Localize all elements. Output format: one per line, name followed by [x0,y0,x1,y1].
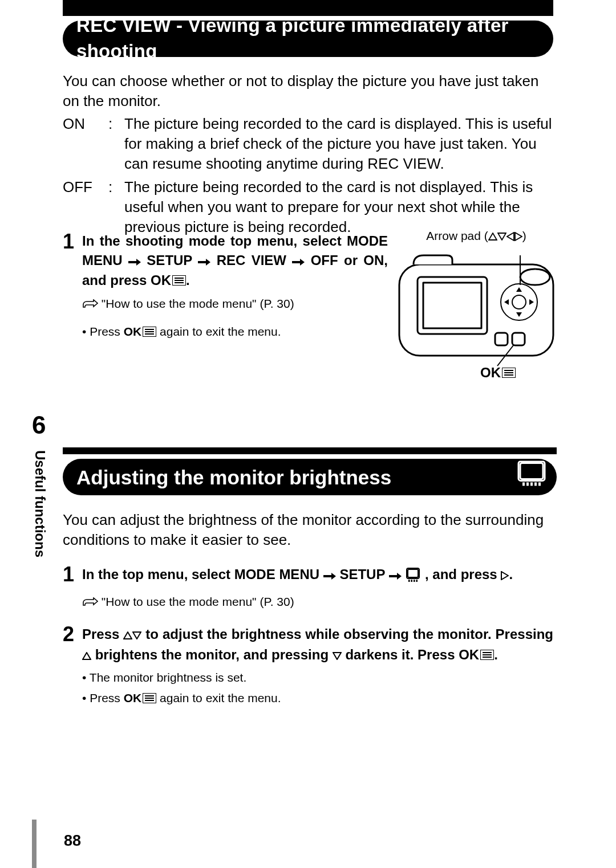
section-title-rec-view: REC VIEW - Viewing a picture immediately… [63,21,553,57]
side-tab-useful-functions: Useful functions [35,450,52,598]
arrow-right-icon [389,565,402,586]
arrow-right-icon [198,252,210,271]
svg-rect-2 [423,283,481,328]
pointer-hand-icon [82,596,98,612]
chapter-number: 6 [32,408,557,442]
camera-back-figure: Arrow pad () [394,228,559,378]
option-off-label: OFF [63,177,108,237]
menu-icon [143,327,156,337]
arrow-right-icon [128,252,141,271]
svg-rect-5 [495,333,508,345]
svg-rect-16 [408,569,418,577]
divider-bar [63,447,557,454]
svg-rect-13 [530,483,533,486]
arrow-right-icon [323,565,336,586]
step-number-2: 2 [63,624,82,707]
svg-rect-14 [534,483,537,486]
intro2-paragraph: You can adjust the brightness of the mon… [63,510,553,550]
right-triangle-icon [501,567,509,582]
up-triangle-icon [488,228,497,244]
up-triangle-icon [123,624,132,645]
figure-ok-label: OK [480,364,516,382]
ok-menu-button-icon: OK [124,690,157,706]
svg-point-4 [512,295,526,309]
page-number: 88 [64,830,81,851]
section-title-brightness: Adjusting the monitor brightness [63,459,557,495]
option-on-label: ON [63,114,108,174]
menu-icon [143,693,156,703]
down-triangle-icon [132,626,141,642]
svg-rect-10 [518,462,545,481]
menu-icon [172,275,186,286]
camera-illustration [394,247,559,373]
options-block: ON : The picture being recorded to the c… [63,114,553,241]
intro-paragraph: You can choose whether or not to display… [63,71,553,111]
menu-icon [480,650,494,660]
up-triangle-icon [82,645,91,665]
pointer-hand-icon [82,298,98,313]
svg-rect-6 [512,333,525,345]
title2-text: Adjusting the monitor brightness [76,464,391,491]
edge-tab-marker [32,820,37,868]
bullet-brightness-set: • The monitor brightness is set. [82,670,553,686]
ok-menu-button-icon: OK [124,324,157,340]
svg-rect-21 [416,580,418,582]
svg-rect-9 [520,463,543,479]
right-triangle-icon [514,229,522,242]
rec-view-step: 1 In the shooting mode top menu, select … [63,231,388,357]
monitor-brightness-icon [517,461,546,494]
cross-ref-mode-menu: "How to use the mode menu" (P. 30) [102,595,294,608]
svg-rect-12 [526,483,529,486]
option-on-desc: The picture being recorded to the card i… [124,114,553,174]
cross-ref-mode-menu: "How to use the mode menu" (P. 30) [102,297,294,310]
svg-rect-11 [522,483,525,486]
arrow-right-icon [292,252,305,271]
step-number-1b: 1 [63,564,82,612]
svg-rect-18 [408,580,410,582]
svg-rect-19 [411,580,413,582]
brightness-icon [405,568,421,588]
ok-menu-button-icon: OK [459,645,494,665]
step-number-1: 1 [63,231,82,340]
left-triangle-icon [506,229,514,242]
svg-rect-20 [414,580,415,582]
menu-icon [502,368,516,378]
down-triangle-icon [333,647,342,662]
ok-menu-button-icon: OK [151,271,186,290]
title-text: REC VIEW - Viewing a picture immediately… [76,13,540,64]
svg-rect-15 [538,483,541,486]
down-triangle-icon [497,229,506,242]
